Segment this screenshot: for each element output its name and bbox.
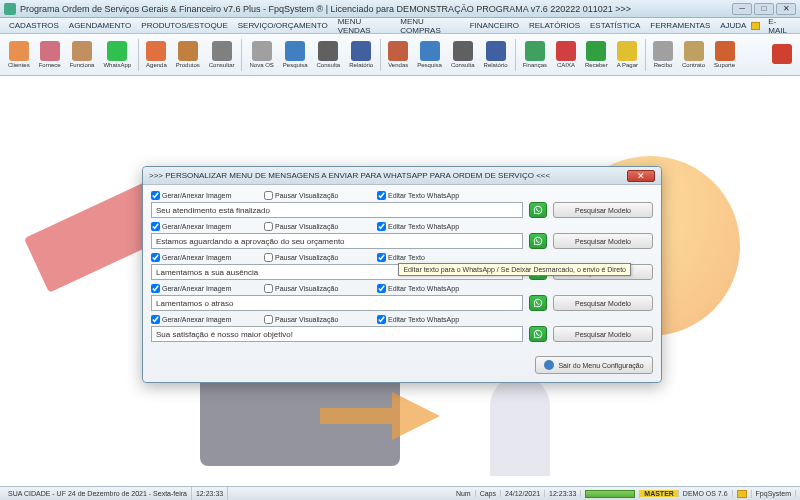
message-input[interactable] [151,295,523,311]
funciona-icon [72,41,92,61]
toolbar-label: A Pagar [617,62,638,68]
gerar-checkbox-group: Gerar/Anexar Imagem [151,284,261,293]
gerar-checkbox[interactable] [151,191,160,200]
message-input-row: Pesquisar Modelo [151,295,653,311]
toolbar-produtos[interactable]: Produtos [172,38,204,71]
toolbar-clientes[interactable]: Clientes [4,38,34,71]
menu-financeiro[interactable]: FINANCEIRO [465,21,524,30]
fornece-icon [40,41,60,61]
toolbar-funciona[interactable]: Funciona [66,38,99,71]
pesquisar-modelo-button[interactable]: Pesquisar Modelo [553,202,653,218]
toolbar-relatório[interactable]: Relatório [345,38,377,71]
toolbar-pesquisa[interactable]: Pesquisa [413,38,446,71]
status-time2: 12:23:33 [545,490,581,497]
progress-bar [585,490,635,498]
toolbar-pesquisa[interactable]: Pesquisa [279,38,312,71]
whatsapp-button[interactable] [529,295,547,311]
menu-relatorios[interactable]: RELATÓRIOS [524,21,585,30]
message-input[interactable] [151,233,523,249]
gerar-checkbox-group: Gerar/Anexar Imagem [151,253,261,262]
editar-checkbox[interactable] [377,191,386,200]
toolbar-recibo[interactable]: Recibo [649,38,677,71]
editar-checkbox[interactable] [377,253,386,262]
close-button[interactable]: ✕ [776,3,796,15]
gerar-checkbox-label: Gerar/Anexar Imagem [162,223,231,230]
gerar-checkbox[interactable] [151,284,160,293]
whatsapp-button[interactable] [529,326,547,342]
pesquisar-modelo-button[interactable]: Pesquisar Modelo [553,295,653,311]
minimize-button[interactable]: ─ [732,3,752,15]
dialog-close-button[interactable]: ✕ [627,170,655,182]
exit-config-button[interactable]: Sair do Menu Configuração [535,356,653,374]
toolbar-label: Funciona [70,62,95,68]
toolbar-finanças[interactable]: Finanças [519,38,551,71]
toolbar-caixa[interactable]: CAIXA [552,38,580,71]
toolbar-label: Fornece [39,62,61,68]
whatsapp-button[interactable] [529,202,547,218]
toolbar-vendas[interactable]: Vendas [384,38,412,71]
pausar-checkbox[interactable] [264,222,273,231]
caixa-icon [556,41,576,61]
toolbar-relatório[interactable]: Relatório [480,38,512,71]
toolbar-nova os[interactable]: Nova OS [245,38,277,71]
menu-servico[interactable]: SERVIÇO/ORÇAMENTO [233,21,333,30]
editar-checkbox-group: Editar Texto WhatsApp [377,315,459,324]
menu-compras[interactable]: MENU COMPRAS [395,17,464,35]
message-checks: Gerar/Anexar ImagemPausar VisualizaçãoEd… [151,253,653,262]
pausar-checkbox-group: Pausar Visualização [264,315,374,324]
menu-vendas[interactable]: MENU VENDAS [333,17,396,35]
whatsapp-button[interactable] [529,233,547,249]
toolbar-fornece[interactable]: Fornece [35,38,65,71]
toolbar-exit[interactable] [768,41,796,68]
toolbar-consulta[interactable]: Consulta [313,38,345,71]
toolbar-suporte[interactable]: Suporte [710,38,739,71]
toolbar-label: Pesquisa [283,62,308,68]
status-date: 24/12/2021 [501,490,545,497]
toolbar-whatsapp[interactable]: WhatsApp [99,38,135,71]
message-input[interactable] [151,326,523,342]
pausar-checkbox-label: Pausar Visualização [275,192,338,199]
editar-checkbox[interactable] [377,315,386,324]
pesquisa-icon [285,41,305,61]
menu-cadastros[interactable]: CADASTROS [4,21,64,30]
menu-produtos[interactable]: PRODUTOS/ESTOQUE [136,21,232,30]
message-row: Gerar/Anexar ImagemPausar VisualizaçãoEd… [151,191,653,218]
gerar-checkbox[interactable] [151,222,160,231]
toolbar-label: Relatório [484,62,508,68]
toolbar-agenda[interactable]: Agenda [142,38,171,71]
menu-ajuda[interactable]: AJUDA [715,21,751,30]
menu-agendamento[interactable]: AGENDAMENTO [64,21,137,30]
toolbar-a pagar[interactable]: A Pagar [613,38,642,71]
pausar-checkbox-label: Pausar Visualização [275,316,338,323]
menu-email[interactable]: E-MAIL [751,17,796,35]
menu-ferramentas[interactable]: FERRAMENTAS [645,21,715,30]
menu-bar: CADASTROS AGENDAMENTO PRODUTOS/ESTOQUE S… [0,18,800,34]
gerar-checkbox[interactable] [151,315,160,324]
toolbar-contrato[interactable]: Contrato [678,38,709,71]
status-email-icon[interactable] [733,490,752,498]
message-input-row: Pesquisar Modelo [151,233,653,249]
editar-checkbox[interactable] [377,284,386,293]
pausar-checkbox[interactable] [264,191,273,200]
pausar-checkbox[interactable] [264,315,273,324]
pesquisar-modelo-button[interactable]: Pesquisar Modelo [553,233,653,249]
window-title-bar: Programa Ordem de Serviços Gerais & Fina… [0,0,800,18]
toolbar-label: Receber [585,62,608,68]
toolbar-label: Pesquisa [417,62,442,68]
gerar-checkbox-label: Gerar/Anexar Imagem [162,316,231,323]
pausar-checkbox[interactable] [264,284,273,293]
toolbar-consultar[interactable]: Consultar [205,38,239,71]
message-input[interactable] [151,202,523,218]
toolbar-receber[interactable]: Receber [581,38,612,71]
menu-estatistica[interactable]: ESTATÍSTICA [585,21,645,30]
toolbar-consulta[interactable]: Consulta [447,38,479,71]
suporte-icon [715,41,735,61]
status-master: MASTER [640,490,679,497]
editar-checkbox[interactable] [377,222,386,231]
pausar-checkbox[interactable] [264,253,273,262]
gerar-checkbox[interactable] [151,253,160,262]
editar-checkbox-label: Editar Texto WhatsApp [388,192,459,199]
pesquisar-modelo-button[interactable]: Pesquisar Modelo [553,326,653,342]
toolbar-label: Produtos [176,62,200,68]
maximize-button[interactable]: □ [754,3,774,15]
